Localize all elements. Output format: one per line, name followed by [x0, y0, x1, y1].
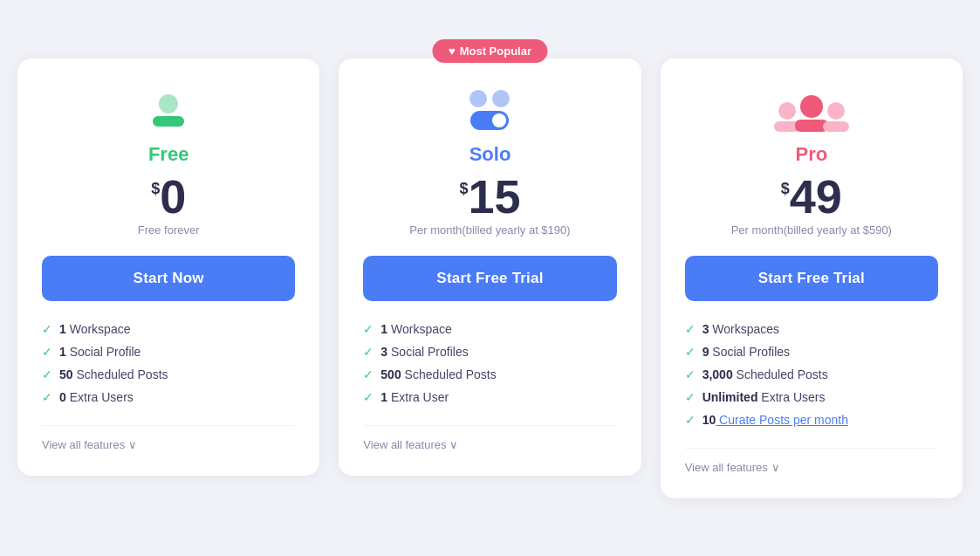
- price-subtitle-pro: Per month(billed yearly at $590): [685, 223, 938, 237]
- price-row-pro: $ 49: [685, 173, 938, 220]
- feature-text: 500 Scheduled Posts: [380, 367, 496, 381]
- plan-name-free: Free: [42, 143, 295, 166]
- feature-text: 0 Extra Users: [59, 390, 134, 404]
- cta-button-solo[interactable]: Start Free Trial: [363, 256, 616, 301]
- feature-item: ✓ 500 Scheduled Posts: [363, 367, 616, 381]
- feature-item: ✓ 1 Workspace: [363, 322, 616, 336]
- heart-icon: ♥: [449, 45, 456, 58]
- check-icon: ✓: [685, 413, 696, 427]
- most-popular-badge: ♥ Most Popular: [433, 39, 547, 63]
- price-row-free: $ 0: [42, 173, 295, 220]
- plan-card-free: Free $ 0 Free foreverStart Now ✓ 1 Works…: [17, 58, 319, 476]
- price-symbol-free: $: [151, 180, 160, 198]
- check-icon: ✓: [685, 345, 696, 359]
- price-amount-solo: 15: [468, 173, 520, 220]
- view-all-pro[interactable]: View all features ∨: [685, 461, 780, 474]
- check-icon: ✓: [685, 390, 696, 404]
- plan-name-pro: Pro: [685, 143, 938, 166]
- features-list-solo: ✓ 1 Workspace ✓ 3 Social Profiles ✓ 500 …: [363, 322, 616, 404]
- feature-item: ✓ 3 Workspaces: [685, 322, 938, 336]
- feature-text: 1 Social Profile: [59, 345, 140, 359]
- price-amount-free: 0: [160, 173, 186, 220]
- feature-text: 50 Scheduled Posts: [59, 367, 168, 381]
- price-amount-pro: 49: [790, 173, 842, 220]
- price-symbol-solo: $: [459, 180, 468, 198]
- plan-card-solo: ♥ Most Popular Solo $ 15 Per month(bille…: [339, 58, 641, 476]
- check-icon: ✓: [363, 345, 373, 359]
- feature-item: ✓ 1 Extra User: [363, 390, 616, 404]
- plan-icon-free: [42, 86, 295, 134]
- feature-text: 1 Workspace: [59, 322, 130, 336]
- plan-icon-solo: [363, 86, 616, 134]
- check-icon: ✓: [42, 345, 52, 359]
- check-icon: ✓: [363, 322, 373, 336]
- check-icon: ✓: [42, 367, 52, 381]
- plan-name-solo: Solo: [363, 143, 616, 166]
- feature-text: 10 Curate Posts per month: [702, 413, 848, 427]
- plan-card-pro: Pro $ 49 Per month(billed yearly at $590…: [661, 58, 963, 498]
- check-icon: ✓: [363, 367, 373, 381]
- view-all-solo[interactable]: View all features ∨: [363, 438, 458, 451]
- feature-item: ✓ 9 Social Profiles: [685, 345, 938, 359]
- check-icon: ✓: [42, 390, 52, 404]
- price-subtitle-free: Free forever: [42, 223, 295, 237]
- chevron-down-icon: ∨: [128, 438, 137, 451]
- feature-text: 1 Extra User: [380, 390, 449, 404]
- features-list-pro: ✓ 3 Workspaces ✓ 9 Social Profiles ✓ 3,0…: [685, 322, 938, 427]
- cta-button-free[interactable]: Start Now: [42, 256, 295, 301]
- feature-item: ✓ 1 Social Profile: [42, 345, 295, 359]
- feature-item: ✓ 10 Curate Posts per month: [685, 413, 938, 427]
- cta-button-pro[interactable]: Start Free Trial: [685, 256, 938, 301]
- divider-free: [42, 425, 295, 426]
- check-icon: ✓: [685, 367, 696, 381]
- feature-item: ✓ 50 Scheduled Posts: [42, 367, 295, 381]
- feature-item: ✓ 3,000 Scheduled Posts: [685, 367, 938, 381]
- feature-text: 3,000 Scheduled Posts: [702, 367, 828, 381]
- feature-text: 9 Social Profiles: [702, 345, 790, 359]
- feature-item: ✓ 3 Social Profiles: [363, 345, 616, 359]
- price-symbol-pro: $: [781, 180, 790, 198]
- feature-text: Unlimited Extra Users: [702, 390, 826, 404]
- price-subtitle-solo: Per month(billed yearly at $190): [363, 223, 616, 237]
- feature-text: 1 Workspace: [380, 322, 451, 336]
- divider-solo: [363, 425, 616, 426]
- plan-icon-pro: [685, 86, 938, 134]
- pricing-container: Free $ 0 Free foreverStart Now ✓ 1 Works…: [17, 58, 963, 498]
- divider-pro: [685, 448, 938, 449]
- feature-item: ✓ 0 Extra Users: [42, 390, 295, 404]
- check-icon: ✓: [685, 322, 696, 336]
- feature-item: ✓ 1 Workspace: [42, 322, 295, 336]
- features-list-free: ✓ 1 Workspace ✓ 1 Social Profile ✓ 50 Sc…: [42, 322, 295, 404]
- price-row-solo: $ 15: [363, 173, 616, 220]
- feature-text: 3 Social Profiles: [380, 345, 468, 359]
- chevron-down-icon: ∨: [449, 438, 458, 451]
- check-icon: ✓: [363, 390, 373, 404]
- check-icon: ✓: [42, 322, 52, 336]
- view-all-free[interactable]: View all features ∨: [42, 438, 137, 451]
- feature-text: 3 Workspaces: [702, 322, 779, 336]
- chevron-down-icon: ∨: [771, 461, 780, 474]
- feature-item: ✓ Unlimited Extra Users: [685, 390, 938, 404]
